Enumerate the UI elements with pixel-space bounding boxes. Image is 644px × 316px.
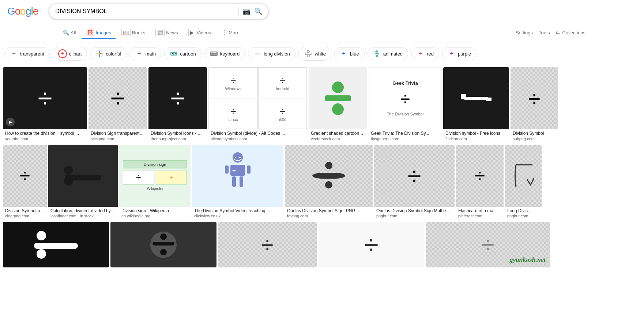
math-chip-icon: ÷ <box>135 50 143 58</box>
filter-transparent[interactable]: ÷ transparent <box>4 47 50 60</box>
image-source-7: flaticon.com <box>445 137 507 141</box>
filter-colorful[interactable]: colorful <box>90 47 127 60</box>
svg-point-29 <box>64 177 73 186</box>
nav-images-label: Images <box>95 30 111 35</box>
image-item-row2-5[interactable]: Obelus Division Symbol Sign, PNG ... fav… <box>285 145 373 220</box>
filter-purple[interactable]: ÷ purple <box>442 47 477 60</box>
nav-books[interactable]: 📖 Books <box>117 26 150 39</box>
image-item-row2-6[interactable]: ÷ Obelus Division Symbol Sign Mathemati.… <box>374 145 455 220</box>
nav-images[interactable]: 🖼 Images <box>82 26 116 39</box>
filter-animated[interactable]: animated <box>368 47 408 60</box>
svg-rect-18 <box>375 53 379 54</box>
filter-cartoon[interactable]: cartoon <box>164 47 201 60</box>
filter-long-division[interactable]: — long division <box>248 47 295 60</box>
images-icon: 🖼 <box>86 29 94 36</box>
image-item-6[interactable]: Geek Trivia ÷ The Division Symbol Geek T… <box>369 67 442 142</box>
nav-more[interactable]: ⋮ More <box>217 26 244 39</box>
filter-red[interactable]: ÷ red <box>411 47 439 60</box>
news-icon: 📰 <box>155 29 165 36</box>
collections-item[interactable]: 🗂 Collections <box>556 30 585 35</box>
svg-rect-33 <box>225 165 229 174</box>
nav-videos[interactable]: ▶ Videos <box>184 26 216 39</box>
settings-link[interactable]: Settings <box>516 30 533 35</box>
keyboard-label: keyboard <box>220 51 240 57</box>
image-info-5: Gradient shaded cartoon d... vectorstock… <box>309 129 367 142</box>
image-info-8: Division Symbol subpng.com <box>511 129 558 142</box>
image-source-row2-1: clearpng.com <box>5 214 45 218</box>
transparent-chip-icon: ÷ <box>10 50 18 58</box>
search-input[interactable] <box>55 8 235 15</box>
image-item-row3-1[interactable] <box>3 222 109 267</box>
image-item-row2-2[interactable]: Calculation, divided, divided by ... ico… <box>48 145 118 220</box>
header: Google 📷 🔍 <box>0 0 644 23</box>
svg-text:÷: ÷ <box>232 167 236 174</box>
image-item-row3-5[interactable]: ÷ gyankosh.net <box>426 222 550 267</box>
more-icon: ⋮ <box>221 29 227 36</box>
nav-all[interactable]: 🔍 All <box>59 27 80 38</box>
image-item-3[interactable]: ÷ Division Symbol Icons - Dow... thenoun… <box>148 67 207 142</box>
image-info-1: How to create the division ÷ symbol ... … <box>3 129 87 142</box>
filter-keyboard[interactable]: keyboard <box>204 47 245 60</box>
image-row-3: ÷ ÷ ÷ gyankosh.net <box>1 222 643 267</box>
image-item-row3-2[interactable] <box>110 222 216 267</box>
svg-point-27 <box>64 166 73 175</box>
svg-point-45 <box>37 249 46 259</box>
camera-icon[interactable]: 📷 <box>242 7 251 15</box>
clipart-chip-icon: ÷ <box>58 49 67 58</box>
image-title-row2-6: Obelus Division Symbol Sign Mathemati... <box>376 208 452 214</box>
image-item-1[interactable]: ÷ ▶ How to create the division ÷ symbol … <box>3 67 87 142</box>
image-info-row2-8: Long Divis... pnghut.com <box>505 207 542 220</box>
svg-rect-34 <box>247 165 251 174</box>
animated-label: animated <box>383 51 403 57</box>
svg-rect-35 <box>232 176 236 187</box>
image-row-1: ÷ ▶ How to create the division ÷ symbol … <box>1 67 643 142</box>
image-item-4[interactable]: ÷ Windows ÷ Android ÷ Linux ÷ iOS Divisi… <box>208 67 307 142</box>
image-item-8[interactable]: ÷ Division Symbol subpng.com <box>511 67 558 142</box>
nav-news-label: News <box>166 30 178 35</box>
image-item-7[interactable]: Division symbol - Free icons flaticon.co… <box>443 67 509 142</box>
image-info-row2-3: Division sign - Wikipedia en.wikipedia.o… <box>119 207 191 220</box>
image-item-row2-3[interactable]: Division sign ÷ ÷ Wikipedia Division sig… <box>119 145 191 220</box>
image-title-row2-4: The Division Symbol Video Teaching ... <box>194 208 281 214</box>
image-item-row2-1[interactable]: ÷ Division Symbol png dow... clearpng.co… <box>3 145 47 220</box>
svg-point-19 <box>376 55 378 57</box>
image-item-row3-3[interactable]: ÷ <box>218 222 317 267</box>
svg-rect-9 <box>214 52 215 53</box>
svg-rect-11 <box>211 54 212 54</box>
collections-icon: 🗂 <box>556 30 561 35</box>
logo-g: G <box>7 5 15 17</box>
image-item-2[interactable]: ÷ Division Sign transparent PN... stickp… <box>88 67 147 142</box>
filter-math[interactable]: ÷ math <box>129 47 161 60</box>
white-label: white <box>315 51 326 57</box>
nav-videos-label: Videos <box>197 30 211 35</box>
purple-chip-icon: ÷ <box>448 50 456 58</box>
image-title-row2-2: Calculation, divided, divided by ... <box>50 208 116 214</box>
filter-white[interactable]: white <box>298 47 331 61</box>
nav-right: Settings Tools 🗂 Collections <box>516 30 585 35</box>
nav-news[interactable]: 📰 News <box>151 26 182 39</box>
image-item-row3-4[interactable]: ÷ <box>318 222 424 267</box>
svg-rect-10 <box>215 52 216 53</box>
image-item-5[interactable]: Gradient shaded cartoon d... vectorstock… <box>309 67 367 142</box>
image-item-row2-4[interactable]: ÷ The Division Symbol Video Teaching ...… <box>192 145 283 220</box>
search-bar: 📷 🔍 <box>49 4 268 19</box>
white-chip-icon <box>304 49 313 58</box>
keyboard-chip-icon <box>210 50 218 58</box>
cartoon-chip-icon <box>170 50 178 58</box>
image-info-2: Division Sign transparent PN... stickpng… <box>88 129 147 142</box>
tools-link[interactable]: Tools <box>539 30 550 35</box>
image-info-row2-4: The Division Symbol Video Teaching ... c… <box>192 207 283 220</box>
image-item-row2-8[interactable]: Long Divis... pnghut.com <box>505 145 542 220</box>
logo-e: e <box>33 5 38 17</box>
search-icon[interactable]: 🔍 <box>254 7 262 15</box>
svg-rect-12 <box>212 54 214 54</box>
filter-blue[interactable]: ÷ blue <box>334 47 365 60</box>
math-label: math <box>145 51 156 57</box>
svg-point-4 <box>172 53 173 54</box>
svg-point-14 <box>307 50 309 53</box>
image-item-row2-7[interactable]: ÷ Flashcard of a math sy... pinterest.co… <box>456 145 504 220</box>
filter-clipart[interactable]: ÷ clipart <box>53 47 87 61</box>
svg-rect-40 <box>312 173 345 179</box>
nav-books-label: Books <box>132 30 145 35</box>
image-info-row2-5: Obelus Division Symbol Sign, PNG ... fav… <box>285 207 373 220</box>
